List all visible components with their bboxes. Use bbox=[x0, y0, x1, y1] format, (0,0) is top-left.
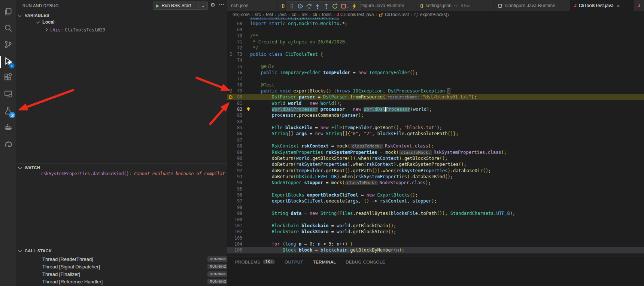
call-stack-pane-header[interactable]: CALL STACK bbox=[16, 247, 227, 255]
line-number: 85 bbox=[230, 125, 242, 131]
tab-partial[interactable]: J bbox=[634, 0, 644, 11]
code-line[interactable]: 73public class CliToolsTest { bbox=[227, 51, 644, 57]
variables-pane-header[interactable]: VARIABLES bbox=[16, 12, 227, 19]
tab-settings.json[interactable]: {}settings.json~/.../User bbox=[416, 0, 493, 11]
variables-scope-local[interactable]: Local bbox=[37, 19, 55, 25]
code-line[interactable]: 77 bbox=[227, 76, 644, 82]
code-line[interactable]: 81 World world = new World(); bbox=[227, 100, 644, 106]
breadcrumb-item[interactable]: co bbox=[292, 12, 297, 17]
breadcrumb-item[interactable]: test bbox=[266, 12, 273, 17]
step-over-icon[interactable] bbox=[305, 1, 313, 10]
step-into-icon[interactable] bbox=[313, 1, 322, 10]
tab-nch.json[interactable]: nch.json bbox=[227, 0, 278, 11]
breadcrumb-item[interactable]: rskj-core bbox=[233, 12, 250, 17]
code-line[interactable]: 100 bbox=[227, 217, 644, 223]
code-line[interactable]: 76 public TemporaryFolder tempFolder = n… bbox=[227, 70, 644, 76]
variable-this-row[interactable]: this: CliToolsTest@29 bbox=[45, 27, 105, 33]
code-line[interactable]: 78 @Test bbox=[227, 82, 644, 88]
code-line[interactable]: 71 * Created by ajlopez on 26/04/2020. bbox=[227, 39, 644, 45]
tab-clitoolstest.java[interactable]: JCliToolsTest.java× bbox=[570, 0, 634, 11]
tab-configure-java-runtime[interactable]: Configure Java Runtime bbox=[493, 0, 570, 11]
code-line[interactable]: 84 bbox=[227, 119, 644, 125]
call-stack-thread-row[interactable]: Thread [Signal Dispatcher]RUNNING bbox=[16, 263, 227, 271]
activity-bar-item-source-control[interactable] bbox=[0, 37, 16, 54]
code-line[interactable]: 68import static org.mockito.Mockito.*; bbox=[227, 21, 644, 27]
activity-bar-item-search[interactable] bbox=[0, 21, 16, 37]
activity-bar-item-test-beaker[interactable] bbox=[0, 103, 16, 119]
code-line[interactable]: 86 String[] args = new String[]{"0", "2"… bbox=[227, 131, 644, 137]
code-text: DslParser parser = DslParser.fromResourc… bbox=[250, 94, 477, 100]
code-line[interactable]: 75 @Rule bbox=[227, 64, 644, 70]
breadcrumb-item[interactable]: cli bbox=[313, 12, 317, 17]
breadcrumb-symbol[interactable]: exportBlocks() bbox=[420, 12, 449, 17]
code-line[interactable]: 104 for (long n = 0; n < 3; n++) { bbox=[227, 241, 644, 247]
activity-bar-item-docker[interactable] bbox=[0, 119, 16, 136]
code-line[interactable]: 99 String data = new String(Files.readAl… bbox=[227, 210, 644, 216]
call-stack-thread-row[interactable]: Thread [Finalizer]RUNNING bbox=[16, 271, 227, 278]
code-line[interactable]: 88 RskContext rskContext = mock(classToM… bbox=[227, 143, 644, 149]
panel-tab-output[interactable]: OUTPUT bbox=[285, 260, 303, 264]
code-line[interactable]: 89 RskSystemProperties rskSystemProperti… bbox=[227, 149, 644, 155]
breadcrumb-item[interactable]: java bbox=[278, 12, 286, 17]
close-icon[interactable]: × bbox=[617, 3, 620, 9]
breadcrumb-file[interactable]: CliToolsTest.java bbox=[340, 12, 374, 17]
activity-bar-item-run-and-debug[interactable]: 1 bbox=[0, 54, 16, 70]
call-stack-thread-row[interactable]: Thread [ReaderThread]RUNNING bbox=[16, 256, 227, 263]
watch-pane-header[interactable]: WATCH bbox=[16, 164, 227, 171]
code-line[interactable]: 105 Block block = blockchain.getBlockByN… bbox=[227, 247, 644, 253]
watch-expression-row[interactable]: rskSystemProperties.databaseKind(): Cann… bbox=[41, 171, 226, 176]
call-stack-header-label: CALL STACK bbox=[25, 249, 52, 253]
code-line[interactable]: 92 doReturn(tempFolder.getRoot().getPath… bbox=[227, 168, 644, 174]
code-line[interactable]: 101 Blockchain blockchain = world.getBlo… bbox=[227, 223, 644, 229]
code-line[interactable]: 103 bbox=[227, 235, 644, 241]
code-line[interactable]: 102 BlockStore blockStore = world.getBlo… bbox=[227, 229, 644, 235]
panel-tab-problems[interactable]: PROBLEMS1K+ bbox=[235, 259, 275, 264]
line-number: 95 bbox=[230, 186, 242, 192]
breadcrumb-separator: › bbox=[298, 12, 300, 17]
code-line[interactable]: 82 WorldDslProcessor processor = new Wor… bbox=[227, 106, 644, 112]
code-line[interactable]: 90 doReturn(world.getBlockStore()).when(… bbox=[227, 155, 644, 161]
chevron-down-icon[interactable]: ⌄ bbox=[198, 3, 207, 8]
hot-code-replace-icon[interactable] bbox=[350, 1, 359, 10]
code-line[interactable]: 96 ExportBlocks exportBlocksCliTool = ne… bbox=[227, 192, 644, 198]
code-line[interactable]: 94 NodeStopper stopper = mock(classToMoc… bbox=[227, 180, 644, 186]
start-debug-icon[interactable]: ▶ bbox=[156, 3, 159, 8]
gear-icon[interactable]: ⚙ bbox=[210, 2, 215, 8]
code-line[interactable]: 97 exportBlocksCliTool.execute(args, () … bbox=[227, 198, 644, 204]
call-stack-thread-row[interactable]: Thread [Reference Handler]RUNNING bbox=[16, 278, 227, 286]
launch-config-dropdown[interactable]: ▶ Run RSK Start ⌄ bbox=[153, 1, 208, 10]
panel-tab-terminal[interactable]: TERMINAL bbox=[313, 260, 336, 264]
breadcrumb-item[interactable]: tools bbox=[322, 12, 331, 17]
code-line[interactable]: 69 bbox=[227, 27, 644, 33]
code-line[interactable]: 93 doReturn(DbKind.LEVEL_DB).when(rskSys… bbox=[227, 174, 644, 180]
code-line[interactable]: 74 bbox=[227, 57, 644, 63]
code-line[interactable]: 70/** bbox=[227, 33, 644, 39]
code-line[interactable]: 87 bbox=[227, 137, 644, 143]
breadcrumb-item[interactable]: rsk bbox=[301, 12, 307, 17]
activity-bar-item-remote-explorer[interactable] bbox=[0, 86, 16, 103]
chevron-down-icon[interactable]: ⌄ bbox=[346, 5, 349, 9]
panel-tab-debug-console[interactable]: DEBUG CONSOLE bbox=[346, 260, 385, 264]
activity-bar-item-extensions[interactable] bbox=[0, 70, 16, 86]
continue-icon[interactable] bbox=[296, 1, 305, 10]
code-line[interactable]: 95 bbox=[227, 186, 644, 192]
code-line[interactable]: 98 bbox=[227, 204, 644, 210]
activity-bar-item-files[interactable] bbox=[0, 4, 16, 21]
code-line-partial[interactable]: import static org.junit.Assert.*; bbox=[227, 18, 644, 21]
launch-config-label[interactable]: Run RSK Start bbox=[161, 3, 198, 8]
breadcrumb-symbol[interactable]: CliToolsTest bbox=[385, 12, 409, 17]
restart-icon[interactable] bbox=[331, 1, 339, 10]
more-actions-icon[interactable]: ⋯ bbox=[219, 1, 224, 8]
code-line[interactable]: 83 processor.processCommands(parser); bbox=[227, 112, 644, 118]
step-out-icon[interactable] bbox=[322, 1, 331, 10]
code-line[interactable]: 91 doReturn(rskSystemProperties).when(rs… bbox=[227, 161, 644, 167]
code-editor[interactable]: import static org.junit.Assert.*;68impor… bbox=[227, 18, 644, 256]
activity-bar-item-gradle[interactable] bbox=[0, 136, 16, 152]
code-line[interactable]: 85 File blocksFile = new File(tempFolder… bbox=[227, 125, 644, 131]
code-line[interactable]: 80 DslParser parser = DslParser.fromReso… bbox=[227, 94, 644, 100]
code-text: import static org.junit.Assert.*; bbox=[250, 18, 339, 21]
code-line[interactable]: 72 */ bbox=[227, 45, 644, 51]
breadcrumb-item[interactable]: src bbox=[255, 12, 261, 17]
code-line[interactable]: 79 public void exportBlocks() throws IOE… bbox=[227, 88, 644, 94]
java-runtime-cup-icon bbox=[497, 3, 503, 9]
